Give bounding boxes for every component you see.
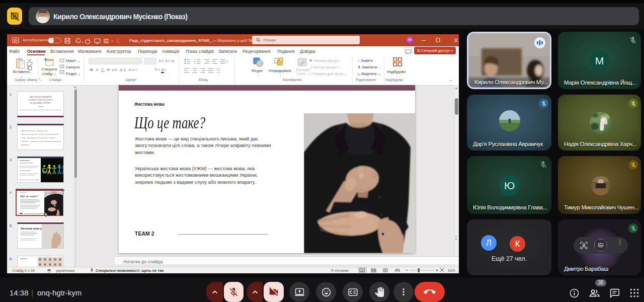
svg-text:P: P xyxy=(14,38,17,43)
